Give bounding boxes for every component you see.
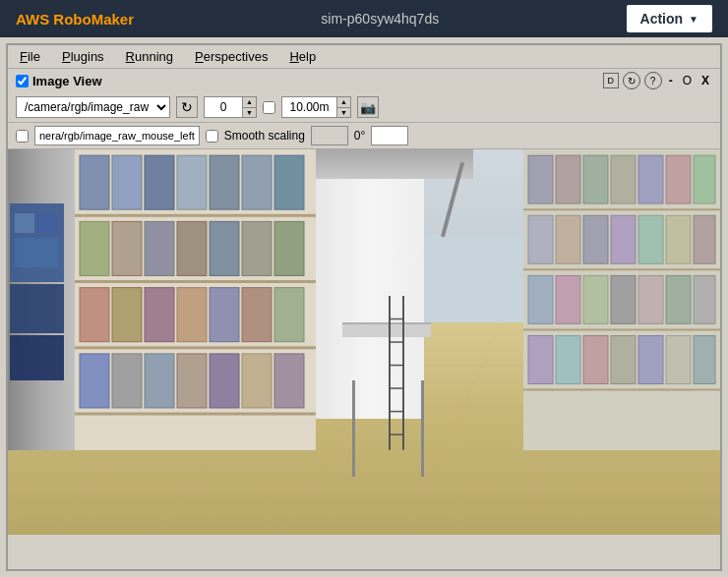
svg-rect-45 xyxy=(145,354,174,408)
smooth-scaling-checkbox[interactable] xyxy=(206,130,218,143)
spin-up-1[interactable]: ▲ xyxy=(243,97,256,108)
svg-rect-15 xyxy=(37,213,57,233)
svg-rect-71 xyxy=(556,215,580,263)
svg-rect-46 xyxy=(177,354,207,408)
ceiling-structure xyxy=(316,149,473,179)
svg-rect-69 xyxy=(694,155,715,203)
svg-rect-79 xyxy=(583,275,608,323)
svg-rect-31 xyxy=(145,221,174,275)
svg-rect-13 xyxy=(10,335,64,380)
svg-rect-22 xyxy=(80,155,109,209)
refresh-icon[interactable]: ↻ xyxy=(623,72,640,89)
d-icon[interactable]: D xyxy=(603,73,619,88)
svg-rect-28 xyxy=(274,155,304,209)
svg-rect-34 xyxy=(242,221,272,275)
svg-rect-70 xyxy=(528,215,553,263)
help-icon[interactable]: ? xyxy=(644,72,662,89)
svg-rect-14 xyxy=(15,213,34,233)
spin-down-1[interactable]: ▼ xyxy=(243,108,256,118)
angle-label: 0° xyxy=(354,129,365,143)
spin-input-1[interactable]: 0 xyxy=(205,97,242,117)
menu-help[interactable]: Help xyxy=(285,48,320,65)
svg-rect-64 xyxy=(556,155,580,203)
svg-rect-81 xyxy=(638,275,663,323)
svg-rect-80 xyxy=(611,275,636,323)
svg-rect-44 xyxy=(112,354,142,408)
svg-rect-84 xyxy=(528,336,553,384)
svg-rect-36 xyxy=(80,288,109,342)
svg-rect-88 xyxy=(638,336,663,384)
action-chevron-icon: ▼ xyxy=(689,14,698,25)
camera-button[interactable]: 📷 xyxy=(357,96,379,118)
spin-control-2: 10.00m ▲ ▼ xyxy=(281,96,351,118)
svg-rect-30 xyxy=(112,221,142,275)
spin-arrows-1: ▲ ▼ xyxy=(242,97,256,117)
svg-rect-73 xyxy=(611,215,636,263)
toolbar-row-1: /camera/rgb/image_raw ↻ 0 ▲ ▼ 10.00m ▲ ▼… xyxy=(8,92,720,123)
svg-rect-33 xyxy=(210,221,239,275)
svg-rect-89 xyxy=(666,336,691,384)
svg-rect-90 xyxy=(694,336,715,384)
minus-control[interactable]: - xyxy=(666,74,676,87)
svg-rect-67 xyxy=(638,155,663,203)
action-button[interactable]: Action ▼ xyxy=(627,5,712,32)
menu-running[interactable]: Running xyxy=(122,48,177,65)
panel-visibility-checkbox[interactable] xyxy=(16,75,29,87)
right-shelves xyxy=(523,149,720,450)
svg-rect-25 xyxy=(177,155,207,209)
angle-input[interactable] xyxy=(371,126,408,145)
svg-rect-49 xyxy=(274,354,304,408)
left-display-svg xyxy=(10,203,64,380)
svg-rect-39 xyxy=(177,288,207,342)
svg-rect-48 xyxy=(242,354,272,408)
svg-rect-40 xyxy=(210,288,239,342)
refresh-button[interactable]: ↻ xyxy=(176,96,198,118)
o-control[interactable]: O xyxy=(680,74,695,87)
left-display xyxy=(10,203,64,380)
refresh-icon: ↻ xyxy=(181,99,193,115)
mouse-topic-label: nera/rgb/image_raw_mouse_left xyxy=(34,126,200,145)
menu-perspectives[interactable]: Perspectives xyxy=(191,48,272,65)
image-area xyxy=(8,149,720,535)
svg-rect-27 xyxy=(242,155,272,209)
smooth-scaling-label: Smooth scaling xyxy=(224,129,305,143)
action-label: Action xyxy=(640,11,684,27)
svg-rect-23 xyxy=(112,155,142,209)
panel-title-row: Image View D ↻ ? - O X xyxy=(8,69,720,92)
toolbar-row-2: nera/rgb/image_raw_mouse_left Smooth sca… xyxy=(8,123,720,149)
topic-select[interactable]: /camera/rgb/image_raw xyxy=(16,96,170,118)
svg-rect-41 xyxy=(242,288,272,342)
svg-rect-43 xyxy=(80,354,109,408)
svg-rect-35 xyxy=(274,221,304,275)
menu-file[interactable]: File xyxy=(16,48,44,65)
panel-title-area: Image View xyxy=(16,74,102,88)
svg-rect-38 xyxy=(145,288,174,342)
svg-rect-26 xyxy=(210,155,239,209)
menu-plugins[interactable]: Plugins xyxy=(58,48,108,65)
svg-rect-32 xyxy=(177,221,207,275)
x-close[interactable]: X xyxy=(698,74,712,87)
app-title: AWS RoboMaker xyxy=(16,11,134,28)
svg-rect-65 xyxy=(583,155,608,203)
toolbar-checkbox-1[interactable] xyxy=(263,101,275,114)
table-leg-1 xyxy=(352,380,355,477)
svg-rect-76 xyxy=(694,215,715,263)
svg-rect-47 xyxy=(210,354,239,408)
bookshelf-svg xyxy=(75,149,316,450)
spin-input-2[interactable]: 10.00m xyxy=(282,97,336,117)
main-window: File Plugins Running Perspectives Help I… xyxy=(6,43,722,571)
svg-rect-29 xyxy=(80,221,109,275)
svg-rect-87 xyxy=(611,336,636,384)
top-bar: AWS RoboMaker sim-p60syw4hq7ds Action ▼ xyxy=(0,0,728,37)
spin-down-2[interactable]: ▼ xyxy=(337,108,350,118)
spin-arrows-2: ▲ ▼ xyxy=(336,97,350,117)
bookshelf-left xyxy=(75,149,316,450)
ladder xyxy=(387,296,406,450)
spin-control-1: 0 ▲ ▼ xyxy=(204,96,257,118)
svg-rect-42 xyxy=(274,288,304,342)
panel-title-text: Image View xyxy=(32,74,102,88)
svg-rect-74 xyxy=(638,215,663,263)
spin-up-2[interactable]: ▲ xyxy=(337,97,350,108)
3d-scene xyxy=(8,149,720,535)
mouse-topic-checkbox[interactable] xyxy=(16,130,29,143)
